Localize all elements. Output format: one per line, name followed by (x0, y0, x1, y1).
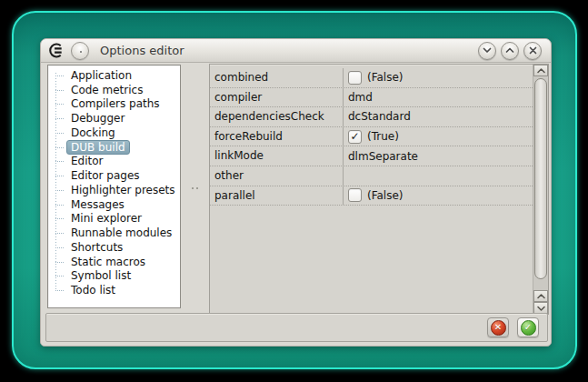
scroll-up-button[interactable] (533, 65, 548, 76)
property-row-combined: combined (False) (210, 68, 533, 88)
forcerebuild-checkbox[interactable]: ✓ (348, 130, 362, 144)
sidebar-item-symbol-list[interactable]: Symbol list (48, 269, 180, 284)
chevron-up-icon (537, 294, 545, 299)
maximize-button[interactable] (501, 42, 519, 60)
sidebar-item-dub-build[interactable]: DUB build (48, 140, 180, 155)
close-icon (529, 46, 537, 55)
window-menu-button[interactable] (71, 42, 89, 60)
property-name[interactable]: dependenciesCheck (210, 107, 344, 126)
sidebar-item-compilers-paths[interactable]: Compilers paths (48, 97, 180, 112)
combined-checkbox[interactable] (348, 71, 362, 85)
parallel-checkbox[interactable] (348, 188, 362, 202)
property-row-compiler: compiler dmd (210, 88, 533, 108)
sidebar-item-todo-list[interactable]: Todo list (48, 283, 180, 297)
sidebar-item-shortcuts[interactable]: Shortcuts (48, 240, 180, 255)
property-row-parallel: parallel (False) (210, 186, 533, 206)
chevron-up-icon (505, 47, 514, 54)
property-row-dependenciescheck: dependenciesCheck dcStandard (210, 107, 533, 127)
accept-icon: ✓ (521, 320, 536, 336)
property-row-forcerebuild: forceRebuild ✓ (True) (210, 127, 533, 147)
property-row-other: other (210, 166, 533, 186)
property-name[interactable]: combined (210, 68, 344, 87)
cancel-button[interactable]: ✕ (487, 317, 509, 337)
sidebar-item-messages[interactable]: Messages (48, 197, 180, 212)
chevron-down-icon (537, 306, 545, 311)
scrollbar-thumb[interactable] (534, 78, 547, 279)
scrollbar-track[interactable] (533, 76, 548, 290)
property-name[interactable]: linkMode (210, 146, 344, 166)
property-value: (False) (367, 189, 404, 202)
splitter-grip-icon (192, 187, 198, 189)
sidebar-item-docking[interactable]: Docking (48, 126, 180, 140)
chevron-down-icon (483, 47, 492, 54)
accept-button[interactable]: ✓ (517, 317, 539, 337)
coedit-app-icon (47, 42, 65, 59)
scroll-up-button-bottom[interactable] (533, 290, 548, 302)
sidebar-item-debugger[interactable]: Debugger (48, 111, 180, 126)
property-name[interactable]: parallel (210, 186, 344, 206)
sidebar-item-editor[interactable]: Editor (48, 155, 180, 169)
property-value[interactable]: dlmSeparate (348, 150, 418, 163)
vertical-scrollbar (533, 65, 548, 314)
sidebar-item-code-metrics[interactable]: Code metrics (48, 83, 180, 97)
sidebar-item-application[interactable]: Application (48, 68, 180, 83)
property-value: (True) (367, 130, 399, 143)
splitter[interactable] (181, 64, 209, 315)
sidebar-item-highlighter-presets[interactable]: Highlighter presets (48, 183, 180, 197)
property-name[interactable]: forceRebuild (210, 127, 344, 146)
property-value: (False) (367, 71, 404, 84)
property-grid: combined (False) compiler dmd dependenci… (209, 64, 549, 315)
sidebar-item-mini-explorer[interactable]: Mini explorer (48, 212, 180, 226)
sidebar-item-editor-pages[interactable]: Editor pages (48, 168, 180, 183)
close-button[interactable] (523, 42, 542, 60)
titlebar[interactable]: Options editor (41, 39, 551, 63)
minimize-button[interactable] (478, 42, 496, 60)
footer-bar: ✕ ✓ (45, 313, 548, 342)
cancel-icon: ✕ (491, 320, 506, 336)
sidebar-item-static-macros[interactable]: Static macros (48, 255, 180, 269)
property-value[interactable]: dcStandard (348, 110, 411, 123)
property-row-linkmode: linkMode dlmSeparate (210, 146, 533, 166)
chevron-up-icon (537, 68, 545, 74)
property-name[interactable]: other (210, 166, 344, 186)
property-name[interactable]: compiler (210, 88, 344, 107)
desktop-background: Options editor (12, 11, 577, 369)
window-title: Options editor (100, 44, 184, 57)
sidebar-item-runnable-modules[interactable]: Runnable modules (48, 226, 180, 240)
category-list: Application Code metrics Compilers paths… (47, 65, 181, 308)
property-value[interactable]: dmd (348, 91, 373, 104)
options-editor-window: Options editor (40, 38, 552, 347)
